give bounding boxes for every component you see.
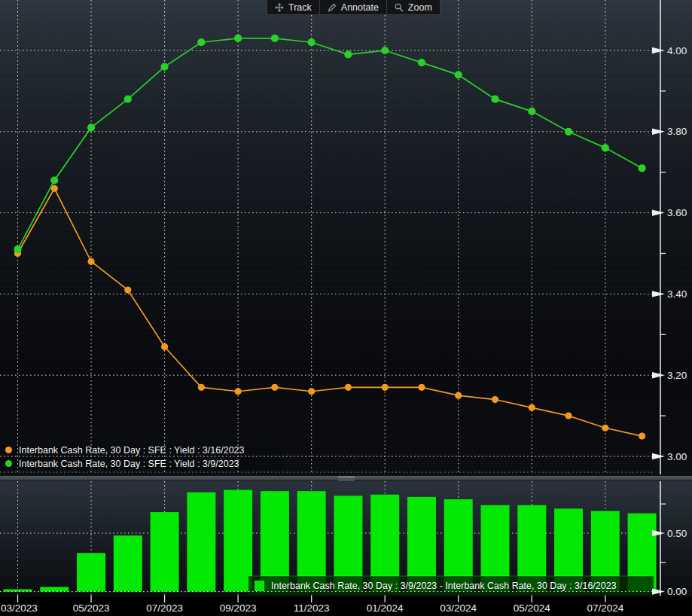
axis-arrow bbox=[652, 209, 665, 215]
data-point-04/2024[interactable] bbox=[492, 396, 498, 403]
data-point-10/2023[interactable] bbox=[271, 35, 279, 42]
chart-toolbar: Track Annotate Zoom bbox=[267, 0, 441, 15]
terminal-chart-window: 3.003.203.403.603.804.000.500.0003/20230… bbox=[0, 0, 692, 616]
data-point-07/2024[interactable] bbox=[602, 144, 609, 151]
annotate-icon bbox=[328, 3, 337, 12]
data-point-11/2023[interactable] bbox=[308, 38, 316, 46]
y-tick-label: 0.50 bbox=[667, 528, 687, 539]
data-point-04/2023[interactable] bbox=[50, 176, 58, 184]
bar-05/2023[interactable] bbox=[77, 553, 105, 591]
data-point-12/2023[interactable] bbox=[345, 384, 352, 391]
data-point-05/2023[interactable] bbox=[87, 258, 94, 265]
data-point-04/2024[interactable] bbox=[491, 96, 498, 103]
y-tick-label: 3.00 bbox=[667, 451, 687, 462]
data-point-07/2023[interactable] bbox=[161, 343, 168, 350]
chart-canvas[interactable]: 3.003.203.403.603.804.000.500.0003/20230… bbox=[0, 0, 692, 616]
x-tick-label: 05/2024 bbox=[514, 602, 550, 614]
data-point-05/2023[interactable] bbox=[87, 124, 95, 131]
y-tick-label: 3.40 bbox=[667, 288, 687, 300]
zoom-button[interactable]: Zoom bbox=[387, 0, 440, 14]
zoom-button-label: Zoom bbox=[408, 2, 432, 13]
axis-arrow bbox=[652, 530, 665, 536]
y-tick-label: 3.80 bbox=[667, 126, 687, 137]
axis-arrow bbox=[652, 47, 665, 53]
data-point-09/2023[interactable] bbox=[234, 35, 242, 42]
annotate-button[interactable]: Annotate bbox=[320, 0, 387, 14]
bar-04/2023[interactable] bbox=[40, 587, 69, 591]
data-point-08/2024[interactable] bbox=[638, 164, 645, 172]
axis-arrow bbox=[652, 453, 665, 459]
y-tick-label: 3.60 bbox=[667, 207, 687, 218]
x-tick-label: 11/2023 bbox=[294, 602, 330, 614]
x-tick-label: 05/2023 bbox=[73, 602, 110, 614]
data-point-08/2023[interactable] bbox=[198, 384, 205, 391]
data-point-03/2023[interactable] bbox=[14, 245, 21, 253]
x-tick-label: 07/2023 bbox=[146, 602, 183, 614]
data-point-12/2023[interactable] bbox=[344, 50, 352, 58]
x-tick-label: 03/2024 bbox=[440, 602, 477, 614]
data-point-02/2024[interactable] bbox=[418, 59, 425, 66]
data-point-11/2023[interactable] bbox=[308, 388, 315, 395]
data-point-06/2024[interactable] bbox=[565, 413, 572, 419]
data-point-02/2024[interactable] bbox=[418, 384, 425, 391]
data-point-07/2023[interactable] bbox=[160, 63, 168, 70]
legend-dot-green bbox=[5, 460, 12, 467]
series-yield-3-9-2023 bbox=[14, 35, 645, 253]
bar-06/2023[interactable] bbox=[114, 535, 142, 591]
legend-label: Interbank Cash Rate, 30 Day : 3/9/2023 -… bbox=[271, 581, 617, 591]
legend-dot-orange bbox=[5, 447, 12, 453]
axis-arrow bbox=[652, 372, 665, 378]
legend-swatch-green bbox=[255, 581, 264, 591]
data-point-08/2024[interactable] bbox=[639, 432, 645, 439]
data-point-06/2023[interactable] bbox=[124, 96, 132, 103]
divider-handle[interactable] bbox=[338, 477, 355, 480]
data-point-01/2024[interactable] bbox=[382, 384, 389, 391]
data-point-10/2023[interactable] bbox=[271, 384, 278, 391]
axis-arrow bbox=[652, 129, 665, 135]
data-point-08/2023[interactable] bbox=[197, 38, 205, 46]
data-point-06/2024[interactable] bbox=[565, 128, 572, 136]
data-point-01/2024[interactable] bbox=[381, 47, 389, 54]
bar-08/2023[interactable] bbox=[187, 492, 215, 592]
legend-row-yield-3-16-2023[interactable]: Interbank Cash Rate, 30 Day : SFE : Yiel… bbox=[0, 444, 244, 456]
data-point-03/2024[interactable] bbox=[455, 71, 462, 78]
bar-07/2023[interactable] bbox=[151, 512, 179, 592]
yield-y-gridlines: 3.003.203.403.603.804.00 bbox=[0, 45, 687, 462]
legend-row-yield-3-9-2023[interactable]: Interbank Cash Rate, 30 Day : SFE : Yiel… bbox=[0, 457, 239, 470]
panel-divider[interactable] bbox=[0, 475, 692, 481]
data-point-07/2024[interactable] bbox=[602, 425, 608, 432]
x-axis: 03/202305/202307/202309/202311/202301/20… bbox=[1, 596, 624, 614]
x-tick-label: 03/2023 bbox=[1, 602, 38, 614]
legend-label: Interbank Cash Rate, 30 Day : SFE : Yiel… bbox=[19, 445, 244, 456]
y-tick-label: 0.00 bbox=[667, 586, 687, 597]
x-tick-label: 09/2023 bbox=[220, 602, 257, 614]
x-tick-label: 07/2024 bbox=[587, 602, 623, 614]
y-tick-label: 3.20 bbox=[667, 370, 687, 381]
series-yield-3-16-2023 bbox=[14, 185, 645, 440]
axis-arrow bbox=[652, 291, 665, 297]
data-point-03/2024[interactable] bbox=[455, 392, 462, 399]
data-point-05/2024[interactable] bbox=[529, 404, 535, 411]
axis-arrow bbox=[652, 588, 665, 594]
legend-row-spread[interactable]: Interbank Cash Rate, 30 Day : 3/9/2023 -… bbox=[248, 576, 654, 595]
track-button-label: Track bbox=[288, 2, 312, 13]
data-point-09/2023[interactable] bbox=[235, 388, 242, 395]
zoom-icon bbox=[395, 3, 404, 12]
data-point-06/2023[interactable] bbox=[124, 286, 131, 293]
legend-label: Interbank Cash Rate, 30 Day : SFE : Yiel… bbox=[19, 459, 239, 469]
x-tick-label: 01/2024 bbox=[367, 602, 404, 614]
annotate-button-label: Annotate bbox=[341, 2, 379, 13]
track-button[interactable]: Track bbox=[267, 0, 320, 14]
y-tick-label: 4.00 bbox=[667, 45, 687, 56]
data-point-05/2024[interactable] bbox=[528, 108, 535, 115]
track-icon bbox=[275, 3, 284, 12]
